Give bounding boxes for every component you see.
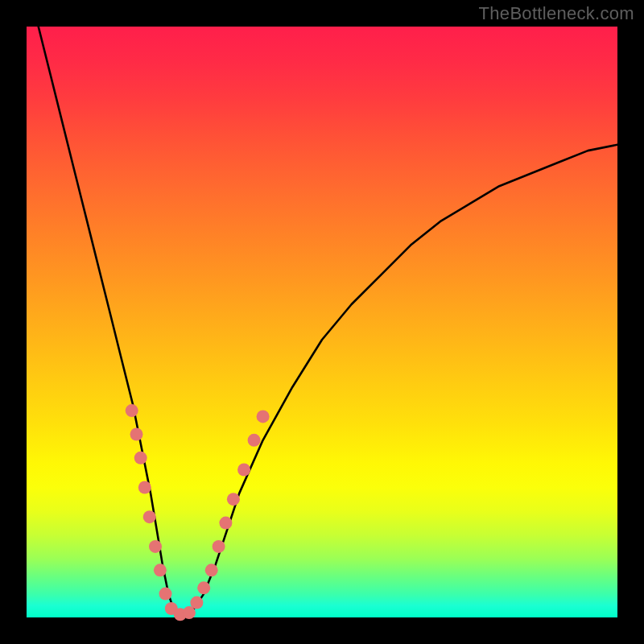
data-point: [219, 517, 232, 530]
data-point: [134, 452, 147, 464]
data-point: [154, 564, 167, 576]
data-point: [159, 588, 172, 601]
data-point: [190, 597, 203, 609]
data-point: [205, 564, 218, 576]
data-points-group: [126, 404, 270, 621]
data-point: [149, 540, 162, 553]
data-point: [138, 481, 151, 494]
data-point: [213, 540, 225, 553]
data-point: [237, 464, 250, 477]
data-point: [197, 581, 210, 594]
data-point: [130, 428, 143, 441]
data-point: [126, 404, 138, 417]
chart-svg: [27, 27, 617, 617]
chart-frame: TheBottleneck.com: [0, 0, 644, 644]
data-point: [227, 493, 240, 506]
bottleneck-curve: [39, 27, 617, 617]
watermark-text: TheBottleneck.com: [479, 3, 634, 24]
data-point: [257, 410, 270, 423]
plot-area: [27, 27, 617, 617]
data-point: [143, 510, 156, 523]
data-point: [248, 434, 261, 447]
